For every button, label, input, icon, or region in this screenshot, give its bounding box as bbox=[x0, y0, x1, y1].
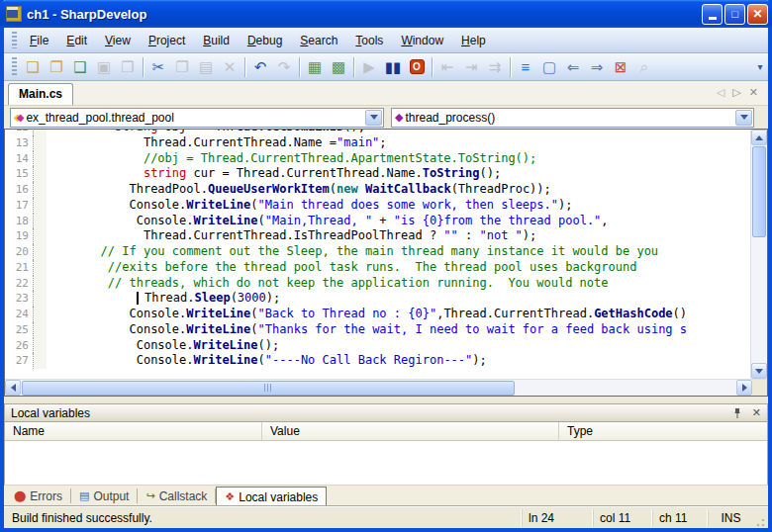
menu-project[interactable]: Project bbox=[140, 30, 194, 51]
code-line-13[interactable]: 13 Thread.CurrentThread.Name ="main"; bbox=[5, 135, 750, 151]
code-line-27[interactable]: 27 Console.WriteLine("----No Call Back R… bbox=[5, 353, 750, 369]
pin-icon[interactable] bbox=[732, 407, 742, 419]
scroll-down-button[interactable] bbox=[751, 363, 767, 379]
code-area[interactable]: 12 string obj = Thread.GetDomainID();13 … bbox=[5, 130, 750, 379]
next-bookmark-icon[interactable]: ⇒ bbox=[585, 55, 609, 78]
member-dropdown-arrow[interactable] bbox=[735, 110, 752, 126]
horizontal-scroll-thumb[interactable] bbox=[22, 381, 515, 396]
folding-margin[interactable] bbox=[34, 228, 47, 244]
panel-close-icon[interactable]: ✕ bbox=[752, 406, 761, 419]
menu-view[interactable]: View bbox=[96, 30, 140, 51]
folding-margin[interactable] bbox=[34, 291, 47, 307]
folding-margin[interactable] bbox=[34, 260, 47, 276]
folding-margin[interactable] bbox=[34, 198, 47, 214]
close-button[interactable]: ✕ bbox=[747, 4, 768, 25]
folding-margin[interactable] bbox=[34, 244, 47, 260]
panel-splitter[interactable] bbox=[4, 397, 768, 403]
uncomment-region-icon[interactable]: ▩ bbox=[327, 55, 350, 78]
folding-margin[interactable] bbox=[34, 166, 47, 182]
code-line-17[interactable]: 17 Console.WriteLine("Main thread does s… bbox=[5, 198, 750, 214]
paste-icon[interactable]: ▤ bbox=[194, 55, 218, 78]
horizontal-scroll-track[interactable] bbox=[21, 380, 736, 396]
format-code-icon[interactable]: ⇉ bbox=[483, 55, 507, 78]
prev-bookmark-icon[interactable]: ⇐ bbox=[561, 55, 585, 78]
comment-region-icon[interactable]: ▦ bbox=[303, 55, 327, 78]
horizontal-scrollbar[interactable] bbox=[5, 379, 767, 396]
menubar-grip[interactable] bbox=[12, 32, 17, 49]
folding-margin[interactable] bbox=[34, 338, 47, 354]
menu-build[interactable]: Build bbox=[194, 30, 239, 51]
toolbar-grip[interactable] bbox=[12, 57, 17, 76]
delete-icon[interactable]: ✕ bbox=[218, 55, 241, 78]
cut-icon[interactable]: ✂ bbox=[146, 55, 170, 78]
clear-bookmarks-icon[interactable]: ⊠ bbox=[609, 55, 632, 78]
column-header-name[interactable]: Name bbox=[5, 422, 262, 440]
column-header-value[interactable]: Value bbox=[262, 422, 559, 440]
tool-tab-errors[interactable]: ⬤Errors bbox=[6, 488, 71, 503]
column-header-type[interactable]: Type bbox=[559, 422, 767, 440]
menu-window[interactable]: Window bbox=[392, 30, 452, 51]
open-project-icon[interactable]: ❑ bbox=[68, 55, 92, 78]
code-line-25[interactable]: 25 Console.WriteLine("Thanks for the wai… bbox=[5, 322, 750, 338]
minimize-button[interactable] bbox=[702, 4, 723, 25]
toolbar-overflow-icon[interactable]: ▾ bbox=[754, 61, 766, 72]
code-line-19[interactable]: 19 Thread.CurrentThread.IsThreadPoolThre… bbox=[5, 228, 750, 244]
menu-help[interactable]: Help bbox=[452, 30, 495, 51]
tool-tab-output[interactable]: ▤Output bbox=[71, 488, 138, 503]
increase-indent-icon[interactable]: ⇥ bbox=[459, 55, 483, 78]
code-line-20[interactable]: 20 // If you comment out the Sleep, the … bbox=[5, 244, 750, 260]
class-dropdown-arrow[interactable] bbox=[365, 110, 382, 126]
tool-tab-local-variables[interactable]: ❖Local variables bbox=[216, 487, 327, 506]
menu-tools[interactable]: Tools bbox=[346, 30, 392, 51]
copy-icon[interactable]: ❐ bbox=[170, 55, 194, 78]
tab-main-cs[interactable]: Main.cs bbox=[8, 83, 73, 105]
code-line-18[interactable]: 18 Console.WriteLine("Main,Thread, " + "… bbox=[5, 214, 750, 229]
find-icon[interactable]: ⌕ bbox=[632, 55, 656, 78]
code-line-23[interactable]: 23 Thread.Sleep(3000); bbox=[5, 291, 750, 307]
code-line-26[interactable]: 26 Console.WriteLine(); bbox=[5, 338, 750, 354]
bookmark-list-icon[interactable]: ≡ bbox=[514, 55, 537, 78]
open-file-icon[interactable]: ❐ bbox=[45, 55, 68, 78]
stop-icon[interactable]: O bbox=[405, 55, 429, 78]
code-line-16[interactable]: 16 ThreadPool.QueueUserWorkItem(new Wait… bbox=[5, 182, 750, 198]
code-line-15[interactable]: 15 string cur = Thread.CurrentThread.Nam… bbox=[5, 166, 750, 182]
class-dropdown[interactable]: ◆ ◆ ex_thread_pool.thread_pool bbox=[10, 108, 384, 128]
folding-margin[interactable] bbox=[34, 353, 47, 369]
vertical-scrollbar[interactable] bbox=[750, 130, 767, 379]
folding-margin[interactable] bbox=[34, 307, 47, 322]
decrease-indent-icon[interactable]: ⇤ bbox=[435, 55, 459, 78]
menu-debug[interactable]: Debug bbox=[239, 30, 291, 51]
menu-edit[interactable]: Edit bbox=[57, 30, 96, 51]
tab-scroll-right-icon[interactable]: ▷ bbox=[732, 86, 740, 99]
folding-margin[interactable] bbox=[34, 322, 47, 338]
maximize-button[interactable]: □ bbox=[724, 4, 745, 25]
tab-close-icon[interactable]: ✕ bbox=[749, 86, 758, 99]
vertical-scroll-thumb[interactable] bbox=[752, 146, 766, 237]
menu-search[interactable]: Search bbox=[291, 30, 346, 51]
redo-icon[interactable]: ↷ bbox=[272, 55, 296, 78]
code-line-21[interactable]: 21 //exits before the thread pool task r… bbox=[5, 260, 750, 276]
vertical-scroll-track[interactable] bbox=[751, 238, 767, 363]
tool-tab-callstack[interactable]: ↪Callstack bbox=[138, 488, 216, 503]
folding-margin[interactable] bbox=[34, 151, 47, 167]
scroll-up-button[interactable] bbox=[751, 130, 767, 145]
run-icon[interactable]: ▶ bbox=[357, 55, 381, 78]
app-icon[interactable] bbox=[6, 6, 22, 22]
scroll-right-button[interactable] bbox=[736, 380, 752, 396]
folding-margin[interactable] bbox=[34, 214, 47, 229]
menu-file[interactable]: File bbox=[21, 30, 57, 51]
undo-icon[interactable]: ↶ bbox=[248, 55, 272, 78]
folding-margin[interactable] bbox=[34, 182, 47, 198]
code-line-14[interactable]: 14 //obj = Thread.CurrentThread.Apartmen… bbox=[5, 151, 750, 167]
member-dropdown[interactable]: ◆ thread_process() bbox=[391, 108, 754, 128]
pause-icon[interactable]: ▮▮ bbox=[381, 55, 405, 78]
code-line-24[interactable]: 24 Console.WriteLine("Back to Thread no … bbox=[5, 307, 750, 322]
new-file-icon[interactable]: ❏ bbox=[21, 55, 45, 78]
code-line-22[interactable]: 22 // threads, which do not keep the app… bbox=[5, 276, 750, 292]
save-file-icon[interactable]: ▣ bbox=[92, 55, 116, 78]
scroll-left-button[interactable] bbox=[5, 380, 21, 396]
save-all-icon[interactable]: ❒ bbox=[116, 55, 140, 78]
folding-margin[interactable] bbox=[34, 135, 47, 151]
folding-margin[interactable] bbox=[34, 276, 47, 292]
resize-grip[interactable] bbox=[753, 515, 766, 528]
